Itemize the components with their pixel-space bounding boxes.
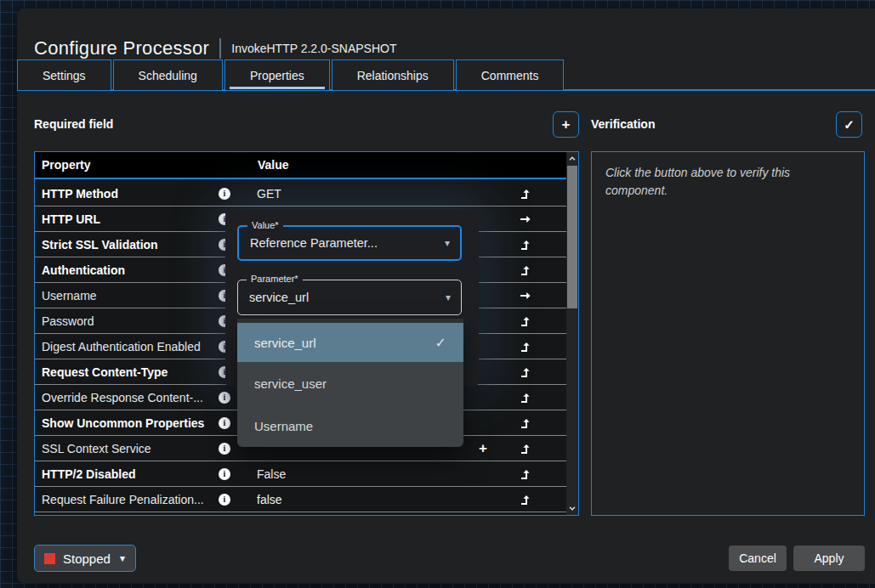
property-name: Show Uncommon Properties xyxy=(42,416,219,430)
add-property-button[interactable]: + xyxy=(553,111,579,138)
tab-settings[interactable]: Settings xyxy=(17,59,111,91)
create-controller-service-button[interactable]: + xyxy=(476,440,490,457)
value-field-value: Reference Parameter... xyxy=(250,236,378,250)
level-up-icon[interactable] xyxy=(519,314,532,328)
property-row[interactable]: Request Failure Penalization... i false xyxy=(35,487,566,512)
stopped-status-icon xyxy=(44,553,55,564)
property-name: Digest Authentication Enabled xyxy=(42,340,219,353)
verification-empty-text: Click the button above to verify this co… xyxy=(605,166,790,197)
verification-label: Verification xyxy=(591,111,655,138)
chevron-down-icon: ▾ xyxy=(120,552,125,564)
info-icon[interactable]: i xyxy=(219,417,230,429)
property-name: HTTP URL xyxy=(42,212,219,226)
level-up-icon[interactable] xyxy=(519,187,532,201)
status-label: Stopped xyxy=(63,551,111,566)
level-up-icon[interactable] xyxy=(519,442,532,455)
value-field-label: Value* xyxy=(247,220,283,230)
property-name: SSL Context Service xyxy=(42,442,219,455)
property-name: HTTP Method xyxy=(42,187,219,201)
parameter-field-value: service_url xyxy=(249,291,309,304)
parameter-option[interactable]: service_url ✓ xyxy=(237,323,463,362)
property-name: Override Response Content-... xyxy=(42,391,219,404)
tab-label: Settings xyxy=(43,69,86,82)
parameter-select[interactable]: Parameter* service_url ▾ xyxy=(237,280,462,315)
parameter-options-list: service_url ✓ service_user ✓ Username ✓ xyxy=(237,319,463,447)
tab-label: Properties xyxy=(250,69,304,82)
info-icon[interactable]: i xyxy=(219,188,230,200)
property-value[interactable]: false xyxy=(257,493,282,506)
parameter-option[interactable]: Username ✓ xyxy=(237,404,463,447)
value-select[interactable]: Value* Reference Parameter... ▾ xyxy=(237,225,462,261)
level-up-icon[interactable] xyxy=(519,467,532,481)
tab-comments[interactable]: Comments xyxy=(456,59,565,91)
info-icon[interactable]: i xyxy=(219,494,230,506)
property-name: Username xyxy=(42,289,219,302)
property-name: Password xyxy=(42,314,219,328)
verify-component-button[interactable]: ✓ xyxy=(836,111,862,138)
scrollbar-thumb[interactable] xyxy=(567,166,577,308)
tab-label: Scheduling xyxy=(139,69,197,82)
column-header-property: Property xyxy=(35,158,258,172)
arrow-right-icon[interactable] xyxy=(519,289,532,302)
level-up-icon[interactable] xyxy=(519,416,532,430)
processor-name-version: InvokeHTTP 2.2.0-SNAPSHOT xyxy=(231,42,396,55)
check-icon: ✓ xyxy=(435,335,446,351)
info-icon[interactable]: i xyxy=(219,443,230,455)
tab-relationships[interactable]: Relationships xyxy=(332,59,454,91)
title-separator xyxy=(219,38,221,59)
nifi-canvas: Configure Processor InvokeHTTP 2.2.0-SNA… xyxy=(0,0,875,588)
level-up-icon[interactable] xyxy=(519,238,532,252)
tab-label: Relationships xyxy=(357,69,429,82)
level-up-icon[interactable] xyxy=(519,365,532,379)
level-up-icon[interactable] xyxy=(519,493,532,506)
arrow-right-icon[interactable] xyxy=(519,212,532,226)
info-icon[interactable]: i xyxy=(219,392,230,404)
verification-panel: Click the button above to verify this co… xyxy=(591,151,865,516)
option-label: service_user xyxy=(254,376,327,391)
scroll-up-button[interactable] xyxy=(566,152,578,166)
property-name: Request Content-Type xyxy=(42,365,219,379)
property-name: Authentication xyxy=(42,263,219,277)
property-row[interactable]: HTTP Method i GET xyxy=(35,181,566,206)
check-icon: ✓ xyxy=(844,117,855,133)
tab-scheduling[interactable]: Scheduling xyxy=(113,59,223,91)
level-up-icon[interactable] xyxy=(519,263,532,277)
tab-bar: Settings Scheduling Properties Relations… xyxy=(17,59,875,91)
property-value[interactable]: False xyxy=(257,467,286,481)
parameter-field-label: Parameter* xyxy=(247,274,303,284)
dialog-header: Configure Processor InvokeHTTP 2.2.0-SNA… xyxy=(34,37,397,59)
chevron-down-icon: ▾ xyxy=(445,237,450,249)
required-field-label: Required field xyxy=(34,111,113,138)
scroll-down-button[interactable] xyxy=(566,501,578,515)
level-up-icon[interactable] xyxy=(519,340,532,353)
property-value[interactable]: GET xyxy=(257,187,281,201)
plus-icon: + xyxy=(562,116,571,133)
option-label: Username xyxy=(254,419,313,433)
dialog-title: Configure Processor xyxy=(34,37,209,59)
level-up-icon[interactable] xyxy=(519,391,532,404)
tab-properties[interactable]: Properties xyxy=(224,59,330,91)
property-row[interactable]: HTTP/2 Disabled i False xyxy=(35,461,566,487)
option-label: service_url xyxy=(254,336,316,350)
info-icon[interactable]: i xyxy=(219,468,230,480)
property-name: Request Failure Penalization... xyxy=(42,493,219,506)
property-name: Strict SSL Validation xyxy=(42,238,219,252)
parameter-option[interactable]: service_user ✓ xyxy=(237,362,463,404)
cancel-button[interactable]: Cancel xyxy=(729,546,787,571)
apply-button[interactable]: Apply xyxy=(793,546,865,571)
status-dropdown-button[interactable]: Stopped ▾ xyxy=(34,545,136,572)
property-name: HTTP/2 Disabled xyxy=(42,467,219,481)
tab-label: Comments xyxy=(481,69,539,82)
table-header: Property Value xyxy=(35,152,578,179)
scrollbar[interactable] xyxy=(566,152,578,515)
configure-processor-dialog: Configure Processor InvokeHTTP 2.2.0-SNA… xyxy=(17,8,875,583)
chevron-down-icon: ▾ xyxy=(446,291,451,303)
column-header-value: Value xyxy=(258,158,289,172)
